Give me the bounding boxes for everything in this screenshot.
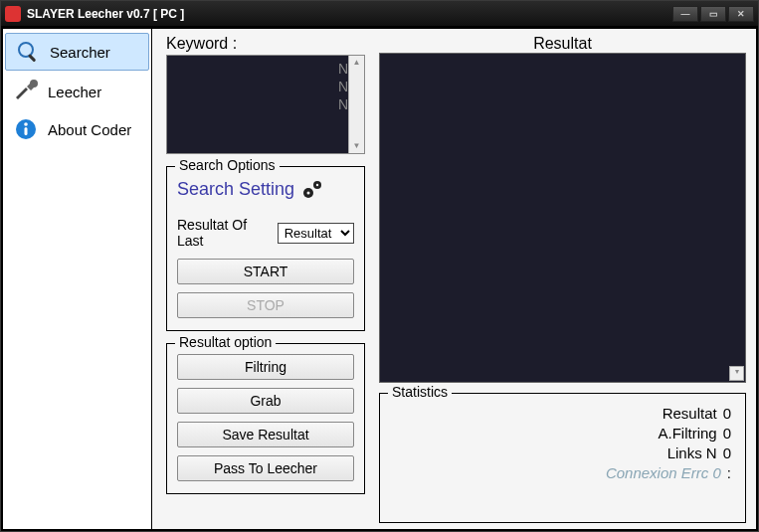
svg-point-0 [19, 43, 33, 57]
svg-point-8 [316, 184, 318, 186]
minimize-button[interactable]: — [672, 6, 698, 22]
window-title: SLAYER Leecher v0.7 [ PC ] [27, 7, 184, 21]
search-setting-link[interactable]: Search Setting [177, 177, 354, 201]
scroll-down-icon[interactable]: ▼ [353, 139, 361, 153]
start-button[interactable]: START [177, 259, 354, 284]
resultat-label: Resultat [379, 35, 746, 53]
sidebar: Searcher Leecher About Coder [3, 29, 152, 529]
stat-value: : [727, 463, 731, 483]
group-title: Resultat option [175, 334, 276, 350]
stat-label: Links N [667, 443, 717, 463]
maximize-button[interactable]: ▭ [700, 6, 726, 22]
svg-rect-4 [25, 127, 28, 135]
keyword-label: Keyword : [166, 35, 365, 53]
scroll-corner-icon[interactable]: ▾ [729, 366, 744, 381]
resultat-of-last-label: Resultat Of Last [177, 217, 274, 249]
stat-value: 0 [723, 424, 731, 443]
keyword-input[interactable]: N N N ▲ ▼ [166, 55, 365, 154]
info-icon [14, 117, 38, 141]
app-icon [5, 6, 21, 22]
sidebar-item-about[interactable]: About Coder [3, 110, 151, 148]
resultat-combo[interactable]: Resultat [278, 223, 354, 244]
tools-icon [14, 80, 38, 103]
sidebar-item-label: About Coder [48, 121, 131, 138]
search-icon [16, 40, 40, 64]
ghost-text: N N N [338, 60, 348, 113]
gear-icon [300, 177, 324, 201]
search-options-group: Search Options Search Setting Resultat O… [166, 166, 365, 331]
grab-button[interactable]: Grab [177, 388, 354, 414]
stat-label: Resultat [663, 404, 717, 424]
svg-rect-1 [28, 54, 36, 62]
stat-value: 0 [723, 404, 731, 424]
stat-label: Connexion Errc 0 [606, 463, 721, 483]
stat-label: A.Filtring [658, 424, 716, 443]
main-window: SLAYER Leecher v0.7 [ PC ] — ▭ ✕ Searche… [0, 0, 759, 532]
statistics-group: Statistics Resultat0 A.Filtring0 Links N… [379, 393, 746, 523]
stop-button: STOP [177, 292, 354, 318]
filtring-button[interactable]: Filtring [177, 354, 354, 380]
pass-to-leecher-button[interactable]: Pass To Leecher [177, 455, 354, 481]
group-title: Statistics [388, 384, 452, 400]
svg-point-3 [24, 122, 28, 126]
titlebar: SLAYER Leecher v0.7 [ PC ] — ▭ ✕ [1, 1, 758, 27]
sidebar-item-label: Searcher [50, 44, 110, 61]
group-title: Search Options [175, 157, 280, 173]
svg-point-6 [307, 192, 310, 195]
right-column: Resultat ▾ Statistics Resultat0 A.Filtri… [379, 35, 746, 523]
resultat-of-last-row: Resultat Of Last Resultat [177, 217, 354, 249]
main-panel: Keyword : N N N ▲ ▼ Search Options [152, 29, 756, 529]
resultat-output[interactable]: ▾ [379, 53, 746, 383]
left-column: Keyword : N N N ▲ ▼ Search Options [166, 35, 365, 523]
scroll-up-icon[interactable]: ▲ [353, 56, 361, 70]
save-resultat-button[interactable]: Save Resultat [177, 422, 354, 447]
resultat-option-group: Resultat option Filtring Grab Save Resul… [166, 343, 365, 494]
sidebar-item-label: Leecher [48, 84, 101, 100]
close-button[interactable]: ✕ [728, 6, 754, 22]
sidebar-item-leecher[interactable]: Leecher [3, 73, 151, 110]
scrollbar[interactable]: ▲ ▼ [348, 56, 364, 153]
stat-value: 0 [723, 443, 731, 463]
sidebar-item-searcher[interactable]: Searcher [5, 33, 149, 71]
client-area: Searcher Leecher About Coder Keyword : N… [1, 27, 758, 531]
